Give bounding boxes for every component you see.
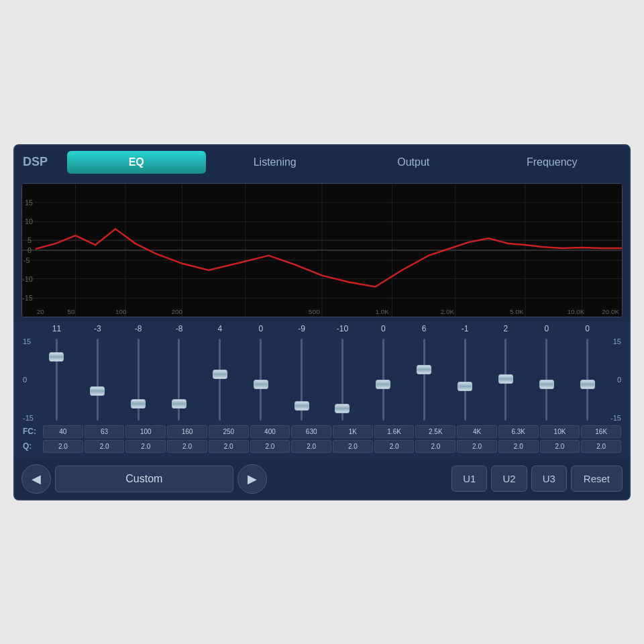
slider-col-6[interactable] (281, 336, 322, 423)
svg-text:10.0K: 10.0K (568, 308, 585, 315)
slider-val-6: -9 (281, 324, 322, 333)
slider-val-3: -8 (159, 324, 200, 333)
slider-col-1[interactable] (77, 336, 118, 423)
slider-thumb-1[interactable] (90, 386, 105, 396)
tab-output[interactable]: Output (344, 151, 483, 174)
slider-col-2[interactable] (118, 336, 159, 423)
slider-col-13[interactable] (567, 336, 608, 423)
slider-thumb-7[interactable] (335, 404, 350, 413)
fc-cell-9[interactable]: 2.5K (415, 425, 455, 438)
slider-thumb-0[interactable] (49, 352, 64, 362)
q-cell-4[interactable]: 2.0 (209, 440, 249, 453)
reset-button[interactable]: Reset (571, 466, 623, 492)
q-cell-0[interactable]: 2.0 (43, 440, 83, 453)
fc-cell-0[interactable]: 40 (43, 425, 83, 438)
u1-button[interactable]: U1 (451, 466, 487, 492)
fc-cell-4[interactable]: 250 (209, 425, 249, 438)
q-cell-8[interactable]: 2.0 (374, 440, 415, 453)
slider-val-11: 2 (485, 324, 526, 333)
slider-track-3 (178, 339, 180, 421)
slider-col-7[interactable] (322, 336, 363, 423)
fc-cell-5[interactable]: 400 (250, 425, 290, 438)
slider-thumb-10[interactable] (458, 382, 472, 391)
fc-cell-6[interactable]: 630 (291, 425, 331, 438)
slider-thumb-3[interactable] (172, 399, 186, 409)
slider-thumb-13[interactable] (580, 380, 595, 389)
svg-text:500: 500 (309, 308, 320, 315)
dsp-label: DSP (23, 155, 56, 169)
fc-cell-12[interactable]: 10K (540, 425, 580, 438)
slider-thumb-4[interactable] (213, 370, 227, 379)
q-cell-1[interactable]: 2.0 (85, 440, 125, 453)
q-cell-5[interactable]: 2.0 (250, 440, 290, 453)
svg-text:5: 5 (28, 236, 32, 244)
prev-button[interactable]: ◀ (21, 464, 51, 494)
scale-right-mid: 0 (610, 376, 621, 384)
bottom-controls: ◀ Custom ▶ U1 U2 U3 Reset (15, 459, 629, 499)
q-cell-6[interactable]: 2.0 (291, 440, 331, 453)
tab-frequency[interactable]: Frequency (483, 151, 622, 174)
slider-col-9[interactable] (404, 336, 445, 423)
slider-col-0[interactable] (36, 336, 77, 423)
q-cell-12[interactable]: 2.0 (540, 440, 580, 453)
fc-row: FC: 40631001602504006301K1.6K2.5K4K6.3K1… (20, 425, 624, 438)
slider-val-10: -1 (445, 324, 486, 333)
slider-track-7 (341, 339, 343, 421)
q-cell-2[interactable]: 2.0 (125, 440, 166, 453)
fc-cell-8[interactable]: 1.6K (374, 425, 415, 438)
q-cell-9[interactable]: 2.0 (415, 440, 455, 453)
fc-cell-3[interactable]: 160 (167, 425, 207, 438)
scale-right-bottom: -15 (610, 414, 621, 422)
svg-text:20: 20 (37, 308, 45, 315)
next-button[interactable]: ▶ (237, 464, 267, 494)
slider-thumb-9[interactable] (417, 365, 431, 374)
slider-thumb-11[interactable] (498, 374, 513, 384)
fc-cell-1[interactable]: 63 (85, 425, 125, 438)
tab-listening[interactable]: Listening (206, 151, 345, 174)
slider-track-12 (545, 339, 547, 421)
q-cell-11[interactable]: 2.0 (498, 440, 539, 453)
app-container: DSP EQ Listening Output Frequency (13, 144, 631, 500)
slider-thumb-12[interactable] (539, 380, 554, 389)
fc-cell-11[interactable]: 6.3K (498, 425, 539, 438)
fc-cell-7[interactable]: 1K (333, 425, 373, 438)
slider-val-1: -3 (77, 324, 118, 333)
q-cell-7[interactable]: 2.0 (333, 440, 373, 453)
fc-cell-10[interactable]: 4K (457, 425, 497, 438)
slider-col-10[interactable] (445, 336, 486, 423)
sliders-area: 15 0 -15 15 0 -15 (20, 336, 624, 423)
fc-cell-13[interactable]: 16K (581, 425, 621, 438)
fc-cell-2[interactable]: 100 (125, 425, 166, 438)
q-cell-3[interactable]: 2.0 (167, 440, 207, 453)
q-label: Q: (23, 441, 43, 451)
preset-label[interactable]: Custom (55, 466, 233, 492)
q-row: Q: 2.02.02.02.02.02.02.02.02.02.02.02.02… (20, 440, 624, 453)
scale-mid: 0 (23, 376, 34, 384)
slider-track-13 (586, 339, 588, 421)
slider-track-5 (260, 339, 262, 421)
slider-thumb-8[interactable] (376, 380, 390, 389)
slider-track-9 (423, 339, 425, 421)
svg-text:-15: -15 (22, 294, 33, 302)
slider-val-5: 0 (240, 324, 281, 333)
slider-col-3[interactable] (159, 336, 200, 423)
slider-thumb-5[interactable] (254, 380, 268, 389)
slider-col-11[interactable] (486, 336, 527, 423)
q-cell-13[interactable]: 2.0 (581, 440, 621, 453)
slider-track-2 (138, 339, 140, 421)
slider-col-5[interactable] (240, 336, 281, 423)
scale-left: 15 0 -15 (20, 336, 36, 423)
slider-col-4[interactable] (199, 336, 240, 423)
u2-button[interactable]: U2 (491, 466, 527, 492)
q-cell-10[interactable]: 2.0 (457, 440, 497, 453)
slider-val-0: 11 (36, 324, 77, 333)
tab-eq[interactable]: EQ (67, 151, 206, 174)
fc-cells: 40631001602504006301K1.6K2.5K4K6.3K10K16… (43, 425, 621, 438)
slider-thumb-2[interactable] (131, 399, 146, 409)
u3-button[interactable]: U3 (531, 466, 567, 492)
slider-col-8[interactable] (363, 336, 404, 423)
slider-col-12[interactable] (526, 336, 567, 423)
slider-track-0 (56, 339, 58, 421)
slider-thumb-6[interactable] (294, 401, 309, 411)
svg-text:200: 200 (172, 308, 183, 315)
